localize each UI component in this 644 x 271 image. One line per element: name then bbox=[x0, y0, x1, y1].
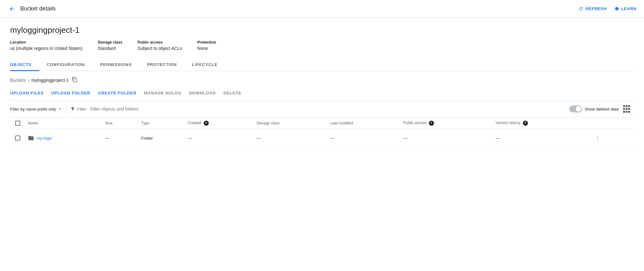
th-type: Type bbox=[138, 117, 184, 129]
delete-button[interactable]: DELETE bbox=[224, 91, 242, 95]
filter-icon-area: Filter bbox=[66, 105, 90, 113]
filter-row: Filter by name prefix only Filter Show d… bbox=[10, 100, 634, 117]
public-access-help-icon[interactable]: ? bbox=[429, 121, 434, 126]
refresh-button[interactable]: REFRESH bbox=[579, 6, 607, 11]
create-folder-button[interactable]: CREATE FOLDER bbox=[98, 91, 136, 95]
filter-right: Show deleted data bbox=[569, 104, 634, 114]
learn-label: LEARN bbox=[621, 6, 636, 11]
refresh-label: REFRESH bbox=[585, 6, 607, 11]
filter-prefix-label: Filter by name prefix only bbox=[10, 107, 56, 111]
th-name: Name bbox=[24, 117, 101, 129]
tab-protection[interactable]: PROTECTION bbox=[147, 58, 184, 71]
upload-files-button[interactable]: UPLOAD FILES bbox=[10, 91, 44, 95]
header-actions: REFRESH LEARN bbox=[579, 6, 636, 11]
folder-name-link[interactable]: my-logs/ bbox=[28, 135, 97, 141]
tab-lifecycle[interactable]: LIFECYCLE bbox=[192, 58, 225, 71]
row-type: Folder bbox=[138, 129, 184, 147]
row-size: — bbox=[101, 129, 137, 147]
storage-class-label: Storage class bbox=[98, 40, 122, 45]
density-icon-button[interactable] bbox=[622, 104, 631, 114]
row-version-history: — bbox=[492, 129, 588, 147]
tabs-bar: OBJECTS CONFIGURATION PERMISSIONS PROTEC… bbox=[10, 58, 634, 71]
public-access-label: Public access bbox=[138, 40, 182, 45]
show-deleted-toggle[interactable] bbox=[569, 105, 582, 112]
bucket-meta: Location us (multiple regions in United … bbox=[10, 40, 634, 51]
th-version-history: Version history ? bbox=[492, 117, 588, 129]
table-header-row: Name Size Type Created ? Storage class L… bbox=[10, 117, 634, 129]
learn-button[interactable]: LEARN bbox=[614, 6, 636, 11]
meta-location: Location us (multiple regions in United … bbox=[10, 40, 83, 51]
row-more-button[interactable]: ⋮ bbox=[592, 133, 603, 143]
table-row: my-logs/ — Folder — — — — — ⋮ bbox=[10, 129, 634, 147]
th-actions bbox=[588, 117, 634, 129]
version-history-help-icon[interactable]: ? bbox=[523, 121, 528, 126]
filter-label: Filter bbox=[77, 107, 86, 111]
th-size: Size bbox=[101, 117, 137, 129]
tab-objects[interactable]: OBJECTS bbox=[10, 58, 39, 71]
back-button[interactable] bbox=[8, 4, 16, 13]
th-last-modified: Last modified bbox=[327, 117, 399, 129]
row-name: my-logs/ bbox=[24, 129, 101, 147]
tab-configuration[interactable]: CONFIGURATION bbox=[47, 58, 93, 71]
protection-label: Protection bbox=[197, 40, 216, 45]
show-deleted-label: Show deleted data bbox=[585, 107, 619, 111]
meta-storage-class: Storage class Standard bbox=[98, 40, 122, 51]
copy-bucket-name-button[interactable] bbox=[71, 76, 78, 84]
row-name-text: my-logs/ bbox=[37, 136, 52, 141]
action-buttons: UPLOAD FILES UPLOAD FOLDER CREATE FOLDER… bbox=[10, 88, 634, 100]
manage-holds-button[interactable]: MANAGE HOLDS bbox=[144, 91, 181, 95]
page-title: Bucket details bbox=[20, 5, 56, 12]
header-left: Bucket details bbox=[8, 4, 579, 13]
objects-table-container: Name Size Type Created ? Storage class L… bbox=[10, 117, 634, 147]
objects-table: Name Size Type Created ? Storage class L… bbox=[10, 117, 634, 147]
filter-input[interactable] bbox=[90, 105, 569, 113]
select-all-checkbox[interactable] bbox=[15, 121, 20, 126]
header: Bucket details REFRESH LEARN bbox=[0, 0, 644, 18]
row-more-cell: ⋮ bbox=[588, 129, 634, 147]
bucket-name: myloggingproject-1 bbox=[10, 25, 634, 35]
created-help-icon[interactable]: ? bbox=[204, 121, 209, 126]
th-created: Created ? bbox=[184, 117, 253, 129]
storage-class-value: Standard bbox=[98, 46, 122, 51]
row-public-access: — bbox=[399, 129, 492, 147]
th-checkbox bbox=[10, 117, 24, 129]
filter-prefix-button[interactable]: Filter by name prefix only bbox=[10, 105, 66, 113]
row-last-modified: — bbox=[327, 129, 399, 147]
location-value: us (multiple regions in United States) bbox=[10, 46, 83, 51]
show-deleted-toggle-container: Show deleted data bbox=[569, 105, 619, 112]
row-created: — bbox=[184, 129, 253, 147]
breadcrumb-current: myloggingproject-1 bbox=[31, 78, 69, 83]
breadcrumb: Buckets › myloggingproject-1 bbox=[10, 71, 634, 88]
row-checkbox-cell bbox=[10, 129, 24, 147]
public-access-value: Subject to object ACLs bbox=[138, 46, 182, 51]
meta-protection: Protection None bbox=[197, 40, 216, 51]
row-storage-class: — bbox=[253, 129, 327, 147]
tab-permissions[interactable]: PERMISSIONS bbox=[100, 58, 139, 71]
meta-public-access: Public access Subject to object ACLs bbox=[138, 40, 182, 51]
protection-value: None bbox=[197, 46, 216, 51]
content-area: myloggingproject-1 Location us (multiple… bbox=[0, 18, 644, 147]
th-public-access: Public access ? bbox=[399, 117, 492, 129]
upload-folder-button[interactable]: UPLOAD FOLDER bbox=[51, 91, 90, 95]
row-checkbox[interactable] bbox=[15, 136, 20, 141]
breadcrumb-separator: › bbox=[28, 77, 29, 83]
download-button[interactable]: DOWNLOAD bbox=[189, 91, 216, 95]
th-storage-class: Storage class bbox=[253, 117, 327, 129]
breadcrumb-buckets[interactable]: Buckets bbox=[10, 78, 26, 83]
location-label: Location bbox=[10, 40, 83, 45]
